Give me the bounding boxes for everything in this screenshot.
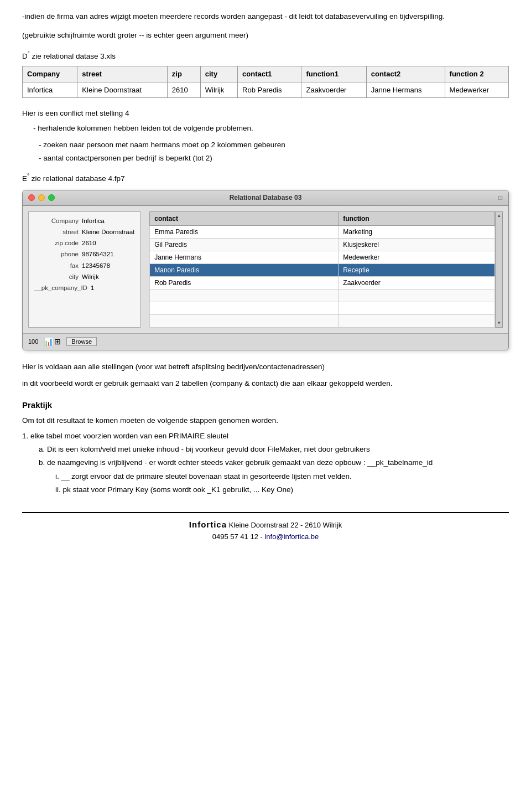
cell-city: Wilrijk (200, 82, 237, 98)
cell-company: Infortica (23, 82, 77, 98)
cell-contact: Manon Paredis (150, 263, 339, 276)
label-pk: __pk_company_ID (34, 283, 87, 293)
cell-contact1: Rob Paredis (238, 82, 301, 98)
value-pk: 1 (91, 283, 94, 293)
cell-contact: Rob Paredis (150, 276, 339, 289)
conflict-heading: Hier is een conflict met stelling 4 (22, 108, 509, 119)
fm-right-panel: contact function Emma Paredis Marketing … (149, 211, 503, 328)
conflict-bullet: - herhalende kolommen hebben leiden tot … (33, 123, 509, 134)
table-row-selected: Manon Paredis Receptie (150, 263, 495, 276)
value-street: Kleine Doornstraat (82, 227, 134, 237)
cell-function: Klusjeskerel (339, 238, 495, 251)
table-row: Gil Paredis Klusjeskerel (150, 238, 495, 251)
section-e-suffix: zie relational database 4.fp7 (29, 174, 125, 183)
col-city: city (200, 66, 237, 82)
field-row-phone: phone 987654321 (34, 250, 134, 259)
browse-button[interactable]: Browse (66, 337, 97, 346)
table-row-empty (150, 289, 495, 302)
field-row-pk: __pk_company_ID 1 (34, 283, 134, 293)
cell-contact: Emma Paredis (150, 225, 339, 238)
table-row: Janne Hermans Medewerker (150, 251, 495, 263)
roman-item-i: i. __ zorgt ervoor dat de primaire sleut… (55, 471, 509, 482)
footer-phone-label: 0495 57 41 12 - (212, 532, 265, 541)
col-function1: function1 (301, 66, 366, 82)
praktijk-intro: Om tot dit resultaat te komen moeten de … (22, 415, 509, 426)
intro-line2: (gebruikte schijfruimte wordt groter -- … (22, 30, 509, 41)
maximize-icon[interactable] (48, 194, 55, 201)
table-row-empty (150, 314, 495, 327)
field-row-fax: fax 12345678 (34, 261, 134, 271)
voorbeeld-text: in dit voorbeeld wordt er gebruik gemaak… (22, 378, 509, 389)
minimize-icon[interactable] (38, 194, 45, 201)
cell-zip: 2610 (167, 82, 200, 98)
conflict-zoeken: - zoeken naar persoon met naam hermans m… (39, 139, 509, 151)
cell-function: Zaakvoerder (339, 276, 495, 289)
cell-street: Kleine Doornstraat (77, 82, 168, 98)
cell-function2: Medewerker (445, 82, 508, 98)
section-d-suffix: zie relational datase 3.xls (30, 51, 116, 60)
footer: Infortica Kleine Doornstraat 22 - 2610 W… (22, 512, 509, 542)
col-contact-header: contact (150, 211, 339, 225)
grid-icon: ⊞ (54, 336, 61, 348)
alpha-item-a: a. Dit is een kolom/veld met unieke inho… (39, 444, 509, 455)
col-contact1: contact1 (238, 66, 301, 82)
fm-footer: 100 📊 ⊞ Browse (23, 333, 508, 350)
alpha-item-b: b. de naamgeving is vrijblijvend - er wo… (39, 457, 509, 468)
conflict-aantal: - aantal contactpersonen per bedrijf is … (39, 153, 509, 164)
field-row-zip: zip code 2610 (34, 239, 134, 248)
value-company: Infortica (82, 216, 105, 226)
fm-right-content: contact function Emma Paredis Marketing … (149, 211, 503, 328)
field-row-city: city Wilrijk (34, 272, 134, 282)
xls-table: Company street zip city contact1 functio… (22, 66, 509, 98)
fm-icon-bar: 📊 ⊞ (44, 336, 61, 348)
scroll-up-icon[interactable]: ▲ (497, 213, 501, 219)
label-company: Company (34, 216, 79, 226)
col-street: street (77, 66, 168, 82)
field-row-street: street Kleine Doornstraat (34, 227, 134, 237)
section-e-label: E° zie relational database 4.fp7 (22, 172, 509, 184)
praktijk-heading: Praktijk (22, 399, 509, 412)
close-icon[interactable] (28, 194, 35, 201)
section-d-label: D° zie relational datase 3.xls (22, 49, 509, 62)
cell-contact: Janne Hermans (150, 251, 339, 263)
cell-function: Receptie (339, 263, 495, 276)
col-function2: function 2 (445, 66, 508, 82)
label-street: street (34, 227, 79, 237)
table-row-empty (150, 302, 495, 314)
roman-item-ii: ii. pk staat voor Primary Key (soms word… (55, 484, 509, 495)
field-row-company: Company Infortica (34, 216, 134, 226)
xls-table-wrapper: Company street zip city contact1 functio… (22, 66, 509, 98)
value-city: Wilrijk (82, 272, 99, 282)
resize-icon: ⊡ (498, 193, 503, 203)
table-row: Rob Paredis Zaakvoerder (150, 276, 495, 289)
value-phone: 987654321 (82, 250, 114, 259)
table-row: Infortica Kleine Doornstraat 2610 Wilrij… (23, 82, 509, 98)
scroll-down-icon[interactable]: ▼ (497, 320, 501, 327)
cell-function: Medewerker (339, 251, 495, 263)
table-row: Emma Paredis Marketing (150, 225, 495, 238)
window-title: Relational Database 03 (23, 193, 508, 203)
scrollbar[interactable]: ▲ ▼ (495, 211, 503, 328)
intro-line1: -indien de firma van adres wijzigt moete… (22, 11, 509, 22)
fm-body: Company Infortica street Kleine Doornstr… (23, 206, 508, 333)
col-zip: zip (167, 66, 200, 82)
cell-function: Marketing (339, 225, 495, 238)
num-item-1: 1. elke tabel moet voorzien worden van e… (22, 431, 509, 442)
fm-database-window: Relational Database 03 ⊡ Company Inforti… (22, 190, 509, 350)
col-function-header: function (339, 211, 495, 225)
fm-contact-table: contact function Emma Paredis Marketing … (149, 211, 495, 328)
voldaan-text: Hier is voldaan aan alle stellingen (voo… (22, 361, 509, 373)
col-company: Company (23, 66, 77, 82)
cell-contact2: Janne Hermans (366, 82, 445, 98)
label-phone: phone (34, 250, 79, 259)
cell-contact: Gil Paredis (150, 238, 339, 251)
fm-titlebar: Relational Database 03 ⊡ (23, 190, 508, 206)
label-fax: fax (34, 261, 79, 271)
fm-left-panel: Company Infortica street Kleine Doornstr… (28, 211, 140, 328)
footer-email-link[interactable]: info@infortica.be (264, 532, 319, 541)
cell-function1: Zaakvoerder (301, 82, 366, 98)
record-count: 100 (28, 337, 38, 346)
footer-address-text: Kleine Doornstraat 22 - 2610 Wilrijk (229, 521, 342, 529)
col-contact2: contact2 (366, 66, 445, 82)
footer-company: Infortica (189, 520, 227, 529)
